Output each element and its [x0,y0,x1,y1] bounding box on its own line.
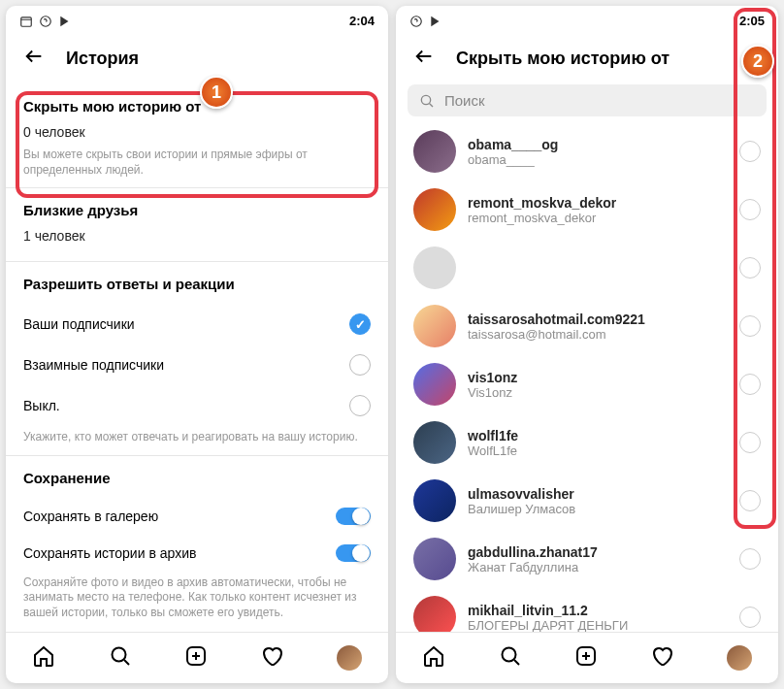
select-radio-icon[interactable] [739,199,761,220]
hide-story-section[interactable]: Скрыть мою историю от 0 человек Вы может… [6,84,388,187]
option-off[interactable]: Выкл. [6,385,388,426]
user-avatar [413,596,456,632]
status-bar: 2:05 [396,6,778,32]
select-radio-icon[interactable] [739,257,761,279]
option-mutual-followers[interactable]: Взаимные подписчики [6,344,388,385]
user-name: mikhail_litvin_11.2 [468,603,728,618]
play-store-icon [58,15,72,28]
user-name: wolfl1fe [468,428,728,443]
add-post-icon[interactable] [184,644,208,672]
add-post-icon[interactable] [574,644,598,672]
user-subtitle: remont_moskva_dekor [468,211,728,225]
close-friends-section[interactable]: Близкие друзья 1 человек [6,188,388,261]
user-info: remont_moskva_dekorremont_moskva_dekor [468,195,728,225]
user-name: remont_moskva_dekor [468,195,728,211]
user-row[interactable]: mikhail_litvin_11.2БЛОГЕРЫ ДАРЯТ ДЕНЬГИ [396,588,778,632]
user-info: taissarosahotmail.com9221taissarosa@hotm… [468,312,728,342]
user-list[interactable]: 2 obama____ogobama____remont_moskva_deko… [396,122,778,632]
user-row[interactable] [396,239,778,297]
app-header: Скрыть мою историю от [396,32,778,84]
svg-rect-0 [21,16,32,25]
search-icon [419,93,435,109]
shazam-icon [39,15,52,28]
back-icon[interactable] [23,46,45,71]
radio-icon[interactable] [349,354,371,376]
search-icon[interactable] [109,644,132,672]
user-name: ulmasovvalisher [468,486,728,502]
svg-point-2 [112,648,125,662]
profile-avatar-icon[interactable] [337,645,362,671]
user-row[interactable]: remont_moskva_dekorremont_moskva_dekor [396,180,778,239]
saving-title: Сохранение [23,470,371,486]
status-time: 2:04 [349,14,375,28]
app-header: История [6,32,388,84]
option-label: Ваши подписчики [23,316,135,332]
user-avatar [413,363,456,406]
hide-story-title: Скрыть мою историю от [23,98,371,115]
user-info: mikhail_litvin_11.2БЛОГЕРЫ ДАРЯТ ДЕНЬГИ [468,603,728,633]
user-avatar [413,188,456,231]
phone-left-story-settings: 2:04 История 1 Скрыть мою историю от 0 ч… [6,6,388,683]
user-row[interactable]: taissarosahotmail.com9221taissarosa@hotm… [396,297,778,355]
status-bar: 2:04 [6,6,388,32]
user-name: taissarosahotmail.com9221 [468,312,728,327]
select-radio-icon[interactable] [739,374,761,395]
svg-point-4 [411,16,422,26]
saving-desc: Сохраняйте фото и видео в архив автомати… [23,575,371,621]
select-radio-icon[interactable] [739,548,761,570]
user-name: vis1onz [468,370,728,385]
bottom-nav [6,632,388,683]
user-row[interactable]: vis1onzVis1onz [396,355,778,413]
user-avatar [413,305,456,347]
profile-avatar-icon[interactable] [727,645,752,671]
allow-replies-desc-wrap: Укажите, кто может отвечать и реагироват… [6,426,388,455]
saving-desc-wrap: Сохраняйте фото и видео в архив автомати… [6,572,388,631]
user-row[interactable]: obama____ogobama____ [396,122,778,180]
user-subtitle: obama____ [468,152,728,167]
user-subtitle: taissarosa@hotmail.com [468,327,728,342]
user-row[interactable]: gabdullina.zhanat17Жанат Габдуллина [396,530,778,588]
user-subtitle: WolfL1fe [468,443,728,458]
user-subtitle: БЛОГЕРЫ ДАРЯТ ДЕНЬГИ [468,618,728,633]
svg-point-5 [421,95,430,104]
user-avatar [413,130,456,173]
back-icon[interactable] [413,46,435,71]
allow-replies-title: Разрешить ответы и реакции [23,276,371,292]
select-radio-icon[interactable] [739,607,761,628]
activity-icon[interactable] [650,644,673,672]
allow-replies-section: Разрешить ответы и реакции [6,262,388,304]
option-label: Выкл. [23,398,60,413]
close-friends-title: Близкие друзья [23,202,371,218]
hide-story-desc: Вы можете скрыть свои истории и прямые э… [23,148,371,178]
toggle-on-icon[interactable] [336,544,371,562]
page-title: Скрыть мою историю от [456,49,670,69]
option-your-followers[interactable]: Ваши подписчики [6,304,388,344]
select-radio-icon[interactable] [739,315,761,337]
svg-point-1 [41,16,51,26]
user-row[interactable]: wolfl1feWolfL1fe [396,413,778,472]
play-store-icon [429,15,442,28]
home-icon[interactable] [422,644,445,672]
search-icon[interactable] [499,644,522,672]
user-row[interactable]: ulmasovvalisherВалишер Улмасов [396,472,778,530]
calendar-icon [19,15,33,28]
toggle-on-icon[interactable] [336,508,371,525]
select-radio-icon[interactable] [739,141,761,162]
activity-icon[interactable] [260,644,283,672]
home-icon[interactable] [32,644,55,672]
user-info: vis1onzVis1onz [468,370,728,400]
option-save-gallery[interactable]: Сохранять в галерею [6,498,388,535]
option-save-archive[interactable]: Сохранять истории в архив [6,535,388,572]
saving-section: Сохранение [6,456,388,498]
user-info: ulmasovvalisherВалишер Улмасов [468,486,728,516]
search-input[interactable]: Поиск [408,84,767,116]
user-info: gabdullina.zhanat17Жанат Габдуллина [468,544,728,574]
user-avatar [413,246,456,289]
page-title: История [66,49,139,69]
user-avatar [413,538,456,580]
radio-checked-icon[interactable] [349,313,371,335]
radio-icon[interactable] [349,395,371,416]
bottom-nav [396,632,778,683]
select-radio-icon[interactable] [739,490,761,511]
select-radio-icon[interactable] [739,432,761,453]
